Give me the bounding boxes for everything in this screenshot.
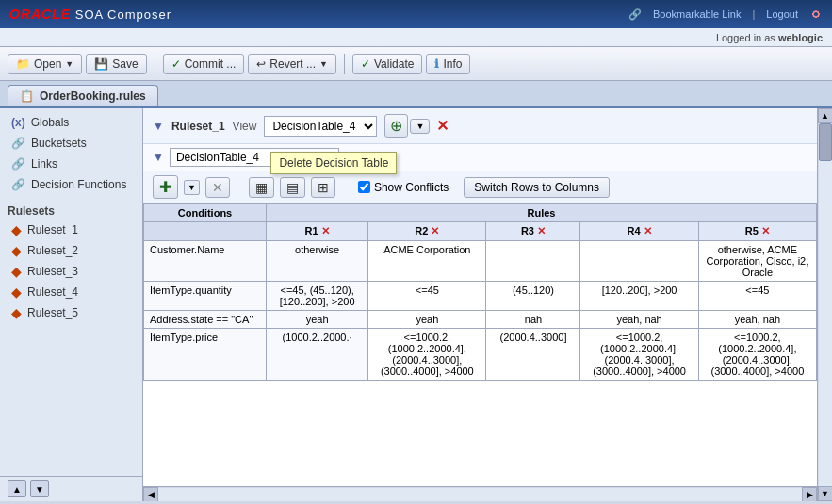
table-view-btn-2[interactable]: ▤ bbox=[280, 177, 305, 198]
sidebar-section-meta: (x) Globals 🔗 Bucketsets 🔗 Links 🔗 Decis… bbox=[0, 108, 142, 199]
scroll-up-btn[interactable]: ▲ bbox=[818, 108, 833, 123]
sidebar-item-links[interactable]: 🔗 Links bbox=[0, 154, 142, 174]
cell-r3-1[interactable]: (45..120) bbox=[486, 282, 580, 311]
cell-r2-1[interactable]: <=45 bbox=[368, 282, 486, 311]
cell-r2-3[interactable]: <=1000.2, (1000.2..2000.4], (2000.4..300… bbox=[368, 329, 486, 381]
globals-icon: (x) bbox=[11, 116, 25, 129]
sidebar-ruleset-ruleset_1[interactable]: ◆Ruleset_1 bbox=[0, 219, 142, 240]
table-export-btn[interactable]: ⊞ bbox=[311, 177, 335, 198]
revert-dropdown-icon: ▼ bbox=[319, 59, 328, 69]
ruleset-header: ▼ Ruleset_1 View DecisionTable_4 ⊕ ▼ ✕ D… bbox=[143, 108, 817, 144]
app-branding: ORACLE SOA Composer bbox=[9, 7, 171, 22]
top-bar: ORACLE SOA Composer 🔗 Bookmarkable Link … bbox=[0, 0, 832, 28]
logout-link[interactable]: Logout bbox=[766, 8, 798, 20]
expand-dt-icon[interactable]: ▼ bbox=[153, 151, 164, 164]
bookmarkable-link[interactable]: Bookmarkable Link bbox=[653, 8, 742, 20]
save-button[interactable]: 💾 Save bbox=[86, 54, 146, 74]
condition-cell-0[interactable]: Customer.Name bbox=[144, 241, 267, 282]
cell-r2-2[interactable]: yeah bbox=[368, 311, 486, 329]
ruleset-name: Ruleset_1 bbox=[171, 120, 225, 133]
r2-close-btn[interactable]: ✕ bbox=[431, 225, 439, 236]
add-dropdown-icon[interactable]: ▼ bbox=[184, 180, 200, 195]
scroll-down-btn[interactable]: ▼ bbox=[818, 486, 833, 501]
validate-button[interactable]: ✓ Validate bbox=[352, 54, 422, 74]
save-icon: 💾 bbox=[94, 57, 108, 71]
show-conflicts-checkbox[interactable] bbox=[358, 181, 370, 193]
r3-close-btn[interactable]: ✕ bbox=[537, 225, 546, 236]
expand-ruleset-icon[interactable]: ▼ bbox=[153, 120, 164, 133]
delete-decision-table-button[interactable]: ✕ bbox=[432, 115, 453, 137]
ruleset-icon: ◆ bbox=[11, 285, 22, 300]
table-row: Address.state == "CA" yeah yeah nah yeah… bbox=[144, 311, 817, 329]
links-icon: 🔗 bbox=[11, 157, 25, 171]
cell-r3-2[interactable]: nah bbox=[486, 311, 580, 329]
open-button[interactable]: 📁 Open ▼ bbox=[8, 54, 82, 74]
scroll-left-btn[interactable]: ◀ bbox=[143, 487, 158, 502]
cell-r4-0[interactable] bbox=[580, 241, 698, 282]
nav-down-button[interactable]: ▼ bbox=[30, 480, 49, 497]
condition-cell-3[interactable]: ItemType.price bbox=[144, 329, 267, 381]
main-area: (x) Globals 🔗 Bucketsets 🔗 Links 🔗 Decis… bbox=[0, 108, 832, 501]
r4-close-btn[interactable]: ✕ bbox=[644, 225, 652, 236]
revert-button[interactable]: ↩ Revert ... ▼ bbox=[248, 54, 336, 74]
scroll-thumb-right[interactable] bbox=[819, 123, 832, 161]
commit-icon: ✓ bbox=[171, 57, 181, 71]
bucketsets-icon: 🔗 bbox=[11, 137, 25, 150]
sidebar-ruleset-ruleset_5[interactable]: ◆Ruleset_5 bbox=[0, 302, 142, 323]
scroll-right-btn[interactable]: ▶ bbox=[802, 487, 817, 502]
sidebar-ruleset-ruleset_4[interactable]: ◆Ruleset_4 bbox=[0, 282, 142, 302]
r1-close-btn[interactable]: ✕ bbox=[321, 225, 330, 236]
cell-r4-2[interactable]: yeah, nah bbox=[580, 311, 698, 329]
commit-button[interactable]: ✓ Commit ... bbox=[163, 54, 245, 74]
cell-r4-1[interactable]: [120..200], >200 bbox=[580, 282, 698, 311]
login-info: Logged in as weblogic bbox=[716, 32, 823, 43]
info-button[interactable]: ℹ Info bbox=[426, 54, 470, 74]
ruleset-icon: ◆ bbox=[11, 264, 22, 279]
sidebar-ruleset-ruleset_3[interactable]: ◆Ruleset_3 bbox=[0, 261, 142, 282]
right-scrollbar: ▲ ▼ bbox=[817, 108, 832, 501]
top-bar-right: 🔗 Bookmarkable Link | Logout ⭘ bbox=[628, 7, 823, 22]
view-dropdown-button[interactable]: ▼ bbox=[410, 119, 430, 134]
add-icon: ✚ bbox=[159, 178, 171, 196]
decision-functions-icon: 🔗 bbox=[11, 178, 25, 191]
cell-r1-0[interactable]: otherwise bbox=[267, 241, 368, 282]
condition-cell-1[interactable]: ItemType.quantity bbox=[144, 282, 267, 311]
cell-r5-0[interactable]: otherwise, ACME Corporation, Cisco, i2, … bbox=[698, 241, 816, 282]
nav-up-button[interactable]: ▲ bbox=[8, 480, 26, 497]
view-select[interactable]: DecisionTable_4 bbox=[264, 116, 377, 137]
cell-r5-3[interactable]: <=1000.2, (1000.2..2000.4], (2000.4..300… bbox=[698, 329, 816, 381]
revert-icon: ↩ bbox=[256, 57, 266, 71]
sidebar-nav: ▲ ▼ bbox=[0, 476, 142, 501]
sidebar-ruleset-ruleset_2[interactable]: ◆Ruleset_2 bbox=[0, 240, 142, 261]
condition-cell-2[interactable]: Address.state == "CA" bbox=[144, 311, 267, 329]
info-icon: ℹ bbox=[434, 57, 439, 71]
cell-r3-0[interactable] bbox=[486, 241, 580, 282]
cell-r1-3[interactable]: (1000.2..2000.· bbox=[267, 329, 368, 381]
sidebar-item-globals[interactable]: (x) Globals bbox=[0, 112, 142, 133]
delete-row-button[interactable]: ✕ bbox=[205, 177, 230, 198]
rules-column-header: Rules bbox=[267, 204, 817, 222]
rule-r1-header: R1 ✕ bbox=[267, 222, 368, 241]
cell-r1-1[interactable]: <=45, (45..120), [120..200], >200 bbox=[267, 282, 368, 311]
cell-r1-2[interactable]: yeah bbox=[267, 311, 368, 329]
r5-close-btn[interactable]: ✕ bbox=[761, 225, 770, 236]
cell-r5-1[interactable]: <=45 bbox=[698, 282, 816, 311]
tab-orderbooking[interactable]: 📋 OrderBooking.rules bbox=[8, 85, 158, 106]
rule-r5-header: R5 ✕ bbox=[698, 222, 816, 241]
sidebar-item-bucketsets[interactable]: 🔗 Bucketsets bbox=[0, 133, 142, 154]
cell-r3-3[interactable]: (2000.4..3000] bbox=[486, 329, 580, 381]
add-row-button[interactable]: ✚ bbox=[153, 175, 178, 199]
dt-table-container: Conditions Rules R1 ✕ R2 ✕ R3 ✕ R4 ✕ R5 … bbox=[143, 203, 817, 486]
tab-bar: 📋 OrderBooking.rules bbox=[0, 81, 832, 108]
cell-r5-2[interactable]: yeah, nah bbox=[698, 311, 816, 329]
scroll-track-bottom[interactable] bbox=[158, 488, 802, 501]
switch-rows-columns-button[interactable]: Switch Rows to Columns bbox=[464, 177, 610, 198]
second-bar: Logged in as weblogic bbox=[0, 28, 832, 47]
table-view-btn-1[interactable]: ▦ bbox=[249, 177, 274, 198]
add-view-button[interactable]: ⊕ bbox=[384, 114, 408, 138]
cell-r2-0[interactable]: ACME Corporation bbox=[368, 241, 486, 282]
sidebar-item-decision-functions[interactable]: 🔗 Decision Functions bbox=[0, 174, 142, 195]
rule-r4-header: R4 ✕ bbox=[580, 222, 698, 241]
cell-r4-3[interactable]: <=1000.2, (1000.2..2000.4], (2000.4..300… bbox=[580, 329, 698, 381]
show-conflicts-checkbox-label[interactable]: Show Conflicts bbox=[358, 181, 449, 194]
